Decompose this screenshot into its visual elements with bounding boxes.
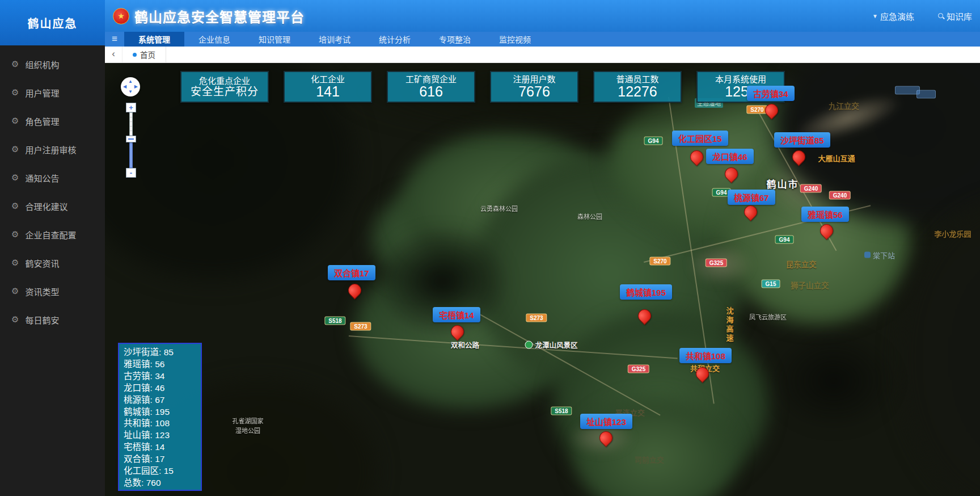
marker-label-zhaiwu[interactable]: 宅梧镇14 — [433, 307, 480, 322]
map-label-shenhai-expressway: 沈海高速 — [724, 307, 735, 343]
gear-icon: ⚙ — [11, 201, 19, 211]
stat-card-value: 141 — [285, 85, 371, 99]
pan-up-icon[interactable]: ▲ — [128, 79, 133, 84]
stat-card-hazchem[interactable]: 危化重点企业 安全生产积分 — [180, 71, 269, 103]
collapse-menu-icon[interactable]: ≡ — [105, 32, 124, 47]
sidebar-item-register-audit[interactable]: ⚙用户注册审核 — [0, 135, 105, 163]
map-label-kongquehu-line1: 孔雀湖国家 — [233, 416, 264, 425]
stat-card-value: 安全生产积分 — [181, 86, 268, 97]
tab-system-management[interactable]: 系统管理 — [124, 32, 184, 47]
map-label-yunyong-forest-park: 云勇森林公园 — [480, 204, 518, 213]
app-window: 鹤山应急 ⚙组织机构 ⚙用户管理 ⚙角色管理 ⚙用户注册审核 ⚙通知公告 ⚙合理… — [0, 0, 980, 496]
sidebar-item-org[interactable]: ⚙组织机构 — [0, 50, 105, 78]
road-shield-s273: S273 — [526, 314, 547, 322]
road-shield-g94: G94 — [644, 137, 663, 145]
tab-special-rectification[interactable]: 专项整治 — [425, 32, 485, 47]
knowledge-base-link[interactable]: 知识库 — [938, 10, 972, 22]
summary-row: 址山镇123 — [124, 430, 196, 442]
gear-icon: ⚙ — [11, 116, 19, 126]
sidebar-item-self-check[interactable]: ⚙企业自查配置 — [0, 220, 105, 249]
sidebar: 鹤山应急 ⚙组织机构 ⚙用户管理 ⚙角色管理 ⚙用户注册审核 ⚙通知公告 ⚙合理… — [0, 0, 105, 496]
marker-label-hecheng[interactable]: 鹤城镇195 — [620, 284, 672, 300]
pan-down-icon[interactable]: ▼ — [128, 90, 133, 94]
sidebar-item-roles[interactable]: ⚙角色管理 — [0, 107, 105, 135]
sidebar-item-daily-hean[interactable]: ⚙每日鹤安 — [0, 305, 105, 334]
stat-card-value: 12276 — [594, 85, 681, 99]
breadcrumb-bar: ‹ 首页 — [105, 47, 980, 63]
marker-label-longkou[interactable]: 龙口镇46 — [706, 149, 754, 164]
sidebar-item-hean-news[interactable]: ⚙鹤安资讯 — [0, 249, 105, 277]
gear-icon: ⚙ — [11, 258, 19, 268]
map-pan-control[interactable]: ▲ ▼ ◀ ▶ — [121, 77, 140, 96]
zoom-slider-fill — [129, 139, 133, 168]
pan-right-icon[interactable]: ▶ — [134, 85, 138, 89]
sidebar-item-users[interactable]: ⚙用户管理 — [0, 78, 105, 107]
gear-icon: ⚙ — [11, 87, 19, 98]
marker-label-gonghe[interactable]: 共和镇108 — [679, 348, 732, 363]
map-label-shizishan-interchange: 狮子山立交 — [791, 279, 829, 291]
pan-left-icon[interactable]: ◀ — [123, 85, 126, 89]
sidebar-item-notices[interactable]: ⚙通知公告 — [0, 163, 105, 192]
stat-card-chemical-enterprises[interactable]: 化工企业 141 — [284, 71, 372, 103]
sidebar-item-label: 通知公告 — [25, 172, 59, 184]
tab-training-exam[interactable]: 培训考试 — [305, 32, 365, 47]
stat-card-industrial-trade[interactable]: 工矿商贸企业 616 — [387, 71, 475, 103]
marker-label-huagongyuanqu[interactable]: 化工园区15 — [672, 131, 728, 146]
marker-label-shuanghe[interactable]: 双合镇17 — [328, 265, 375, 280]
marker-label-yayao[interactable]: 雅瑶镇56 — [801, 207, 849, 222]
map-label-dayanshan-interchange: 大雁山互通 — [818, 153, 855, 163]
tab-enterprise-info[interactable]: 企业信息 — [184, 32, 244, 47]
gear-icon: ⚙ — [11, 144, 19, 154]
sidebar-item-suggestions[interactable]: ⚙合理化建议 — [0, 192, 105, 220]
map-label-lixiaolong-park: 李小龙乐园 — [934, 228, 971, 239]
header-links: ▼ 应急演练 知识库 — [872, 0, 972, 32]
gear-icon: ⚙ — [11, 229, 19, 239]
summary-row: 化工园区15 — [124, 465, 196, 477]
tab-knowledge-management[interactable]: 知识管理 — [244, 32, 305, 47]
sidebar-item-label: 企业自查配置 — [25, 229, 76, 241]
road-shield-g240: G240 — [800, 184, 822, 193]
sidebar-item-label: 组织机构 — [25, 58, 59, 70]
summary-row: 共和镇108 — [124, 418, 196, 430]
gear-icon: ⚙ — [11, 173, 19, 183]
summary-row: 宅梧镇14 — [124, 442, 196, 453]
sidebar-item-label: 用户管理 — [25, 87, 59, 99]
stat-card-label: 危化重点企业 — [181, 77, 268, 85]
stat-card-label: 注册用户数 — [491, 75, 577, 83]
breadcrumb-home-tab[interactable]: 首页 — [122, 47, 166, 62]
nav-bar: ≡ 系统管理 企业信息 知识管理 培训考试 统计分析 专项整治 监控视频 — [105, 32, 980, 47]
main-area: ★ 鹤山应急安全智慧管理平台 ▼ 应急演练 知识库 ≡ 系统管理 企业信息 知识… — [105, 0, 980, 496]
map-pin-shuanghe[interactable] — [345, 281, 364, 300]
zoom-slider-handle[interactable] — [126, 136, 136, 142]
emergency-drill-link[interactable]: ▼ 应急演练 — [872, 10, 914, 22]
marker-label-shaping[interactable]: 沙坪街道85 — [774, 132, 830, 148]
stat-card-value: 616 — [388, 85, 474, 99]
tab-statistics[interactable]: 统计分析 — [365, 32, 425, 47]
gear-icon: ⚙ — [11, 314, 19, 325]
map-label-jiujiang-interchange: 九江立交 — [829, 100, 859, 111]
zoom-in-button[interactable]: + — [126, 103, 136, 112]
tab-monitoring-video[interactable]: 监控视频 — [485, 32, 545, 47]
marker-label-gulao[interactable]: 古劳镇34 — [747, 86, 795, 101]
back-arrow-icon[interactable]: ‹ — [105, 47, 122, 62]
sidebar-item-news-types[interactable]: ⚙资讯类型 — [0, 277, 105, 305]
sidebar-item-label: 角色管理 — [25, 115, 59, 127]
breadcrumb-home-label: 首页 — [140, 49, 155, 60]
summary-row: 古劳镇34 — [124, 371, 196, 382]
sidebar-item-label: 鹤安资讯 — [25, 257, 59, 269]
marker-label-taoyuan[interactable]: 桃源镇67 — [728, 190, 775, 205]
stat-card-ordinary-employees[interactable]: 普通员工数 12276 — [593, 71, 682, 103]
app-title: 鹤山应急安全智慧管理平台 — [134, 6, 305, 26]
emergency-drill-label: 应急演练 — [880, 10, 914, 22]
sidebar-item-label: 合理化建议 — [25, 200, 67, 212]
map-label-heshan-city: 鹤山市 — [767, 176, 799, 191]
marker-label-zhishan[interactable]: 址山镇123 — [580, 414, 632, 429]
map-label-kongquehu-line2: 湿地公园 — [235, 426, 260, 435]
summary-row: 龙口镇46 — [124, 382, 196, 394]
stat-card-registered-users[interactable]: 注册用户数 7676 — [490, 71, 578, 103]
scenic-area-icon — [525, 341, 533, 349]
stat-card-value: 7676 — [491, 85, 577, 99]
chevron-down-icon: ▼ — [872, 13, 878, 19]
zoom-out-button[interactable]: - — [126, 168, 136, 178]
satellite-map[interactable]: G94 G94 G94 G240 G240 G325 G325 G15 S270… — [105, 63, 980, 496]
